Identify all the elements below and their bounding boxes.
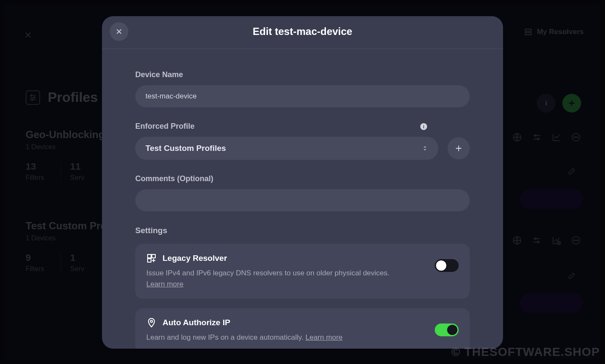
auto-authorize-ip-card: Auto Authorize IP Learn and log new IPs … — [135, 308, 470, 349]
watermark: © THESOFTWARE.SHOP — [451, 345, 600, 359]
modal-close-button[interactable] — [110, 22, 128, 41]
legacy-resolver-card: Legacy Resolver Issue IPv4 and IPv6 lega… — [135, 244, 470, 299]
svg-rect-22 — [148, 254, 151, 258]
auto-ip-toggle[interactable] — [435, 324, 459, 336]
legacy-resolver-title: Legacy Resolver — [163, 254, 227, 263]
auto-ip-title: Auto Authorize IP — [163, 318, 230, 327]
modal-body[interactable]: Device Name Enforced Profile i Test Cust… — [102, 49, 503, 349]
modal-title: Edit test-mac-device — [102, 26, 503, 38]
auto-ip-learn-more-link[interactable]: Learn more — [305, 333, 343, 341]
comments-input[interactable] — [135, 189, 470, 211]
chevron-updown-icon — [422, 145, 428, 151]
svg-rect-24 — [148, 259, 151, 262]
close-icon — [115, 27, 123, 36]
edit-device-modal: Edit test-mac-device Device Name Enforce… — [102, 16, 503, 349]
svg-point-25 — [151, 321, 153, 323]
enforced-profile-select[interactable]: Test Custom Profiles — [135, 137, 438, 160]
enforced-profile-value: Test Custom Profiles — [145, 144, 226, 153]
settings-section-title: Settings — [135, 226, 470, 235]
svg-rect-23 — [152, 254, 155, 258]
device-name-input[interactable] — [135, 85, 470, 107]
add-profile-button[interactable] — [448, 137, 470, 159]
device-name-label: Device Name — [135, 70, 470, 79]
info-icon[interactable]: i — [420, 123, 427, 130]
enforced-profile-field: Enforced Profile i Test Custom Profiles — [135, 122, 470, 160]
comments-label: Comments (Optional) — [135, 174, 470, 183]
modal-header: Edit test-mac-device — [102, 16, 503, 49]
auto-ip-desc: Learn and log new IPs on a device automa… — [146, 333, 305, 341]
device-name-field: Device Name — [135, 70, 470, 107]
location-pin-icon — [146, 318, 157, 328]
comments-field: Comments (Optional) — [135, 174, 470, 211]
plus-icon — [454, 144, 463, 153]
enforced-profile-label: Enforced Profile — [135, 122, 195, 131]
legacy-resolver-toggle[interactable] — [435, 259, 459, 272]
resolver-grid-icon — [146, 253, 157, 263]
legacy-learn-more-link[interactable]: Learn more — [146, 280, 183, 288]
legacy-resolver-desc: Issue IPv4 and IPv6 legacy DNS resolvers… — [146, 269, 390, 277]
